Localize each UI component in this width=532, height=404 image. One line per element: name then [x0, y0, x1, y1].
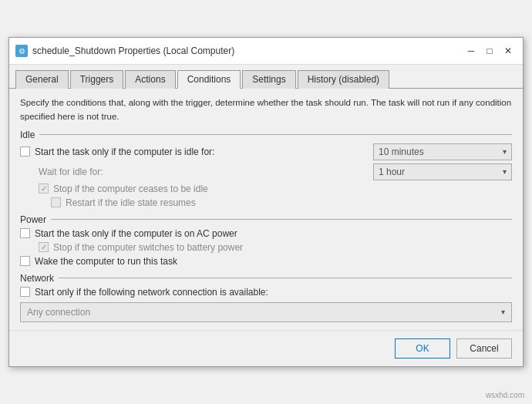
idle-duration-dropdown-arrow: ▾ [503, 147, 507, 156]
stop-if-ceases-label: Stop if the computer ceases to be idle [53, 183, 208, 194]
ac-power-label: Start the task only if the computer is o… [35, 228, 237, 239]
idle-duration-dropdown[interactable]: 10 minutes ▾ [373, 143, 512, 160]
network-start-label: Start only if the following network conn… [35, 287, 268, 298]
tab-general[interactable]: General [15, 70, 69, 89]
restart-if-resumes-label: Restart if the idle state resumes [66, 197, 196, 208]
wait-for-label: Wait for idle for: [39, 167, 103, 177]
idle-start-row: Start the task only if the computer is i… [20, 143, 512, 160]
restart-if-resumes-checkbox[interactable] [51, 197, 61, 207]
ac-power-row: Start the task only if the computer is o… [20, 228, 512, 239]
stop-on-battery-checkbox[interactable] [39, 242, 49, 252]
close-button[interactable]: ✕ [500, 42, 517, 59]
description-text: Specify the conditions that, along with … [20, 96, 512, 123]
wait-for-row: Wait for idle for: 1 hour ▾ [39, 163, 512, 180]
main-window: ⚙ schedule_Shutdown Properties (Local Co… [8, 37, 524, 367]
stop-if-ceases-checkbox[interactable] [39, 183, 49, 194]
idle-start-checkbox[interactable] [20, 146, 30, 157]
power-section-label: Power [20, 214, 512, 225]
tab-actions[interactable]: Actions [125, 70, 175, 89]
cancel-button[interactable]: Cancel [456, 338, 512, 359]
restart-if-resumes-row: Restart if the idle state resumes [51, 197, 512, 208]
wake-computer-checkbox[interactable] [20, 256, 30, 266]
ac-power-checkbox[interactable] [20, 228, 30, 238]
wait-for-dropdown[interactable]: 1 hour ▾ [373, 163, 512, 180]
wake-computer-row: Wake the computer to run this task [20, 256, 512, 267]
idle-section-label: Idle [20, 130, 512, 140]
network-section-label: Network [20, 273, 512, 284]
title-bar-controls: ─ □ ✕ [463, 42, 517, 59]
network-dropdown-arrow: ▾ [501, 308, 505, 316]
stop-on-battery-label: Stop if the computer switches to battery… [53, 242, 243, 253]
network-connection-dropdown[interactable]: Any connection ▾ [20, 302, 512, 322]
title-bar: ⚙ schedule_Shutdown Properties (Local Co… [9, 38, 523, 65]
tab-content: Specify the conditions that, along with … [9, 89, 523, 330]
stop-on-battery-row: Stop if the computer switches to battery… [39, 242, 512, 253]
ok-button[interactable]: OK [395, 338, 450, 359]
window-icon: ⚙ [15, 45, 28, 57]
tab-triggers[interactable]: Triggers [70, 70, 124, 89]
tab-conditions[interactable]: Conditions [177, 70, 241, 89]
footer: OK Cancel [9, 330, 523, 366]
network-start-row: Start only if the following network conn… [20, 287, 512, 298]
network-start-checkbox[interactable] [20, 287, 30, 297]
idle-start-left: Start the task only if the computer is i… [20, 146, 373, 157]
idle-start-label: Start the task only if the computer is i… [35, 146, 214, 157]
watermark: wsxhd.com [486, 391, 524, 399]
tab-history[interactable]: History (disabled) [298, 70, 389, 89]
window-title: schedule_Shutdown Properties (Local Comp… [32, 45, 234, 56]
wake-computer-label: Wake the computer to run this task [35, 256, 177, 267]
title-bar-left: ⚙ schedule_Shutdown Properties (Local Co… [15, 45, 234, 57]
wait-for-dropdown-arrow: ▾ [503, 167, 507, 176]
tabs-bar: General Triggers Actions Conditions Sett… [9, 65, 523, 89]
minimize-button[interactable]: ─ [463, 42, 480, 59]
stop-if-ceases-row: Stop if the computer ceases to be idle [39, 183, 512, 194]
tab-settings[interactable]: Settings [242, 70, 295, 89]
maximize-button[interactable]: □ [481, 42, 498, 59]
